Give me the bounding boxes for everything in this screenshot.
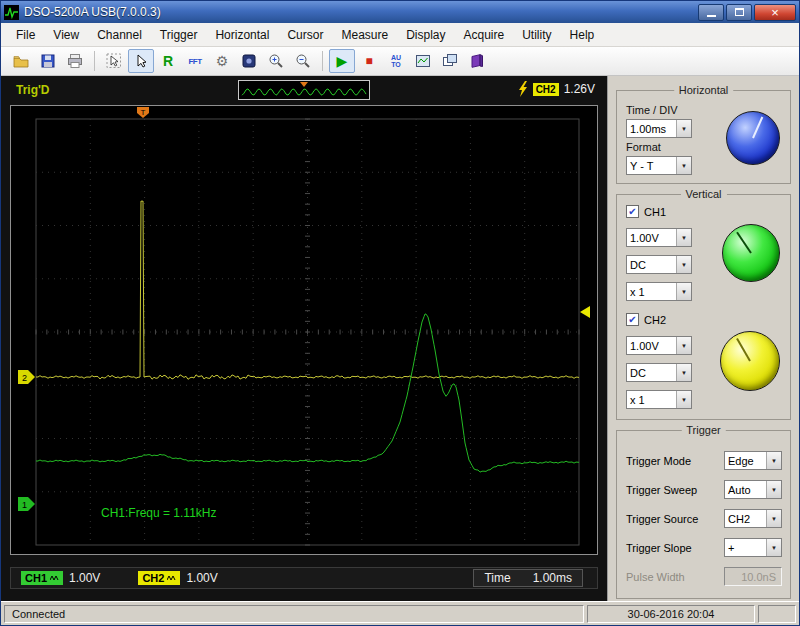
select-cursor-icon xyxy=(106,53,122,69)
ch1-volt-select[interactable]: 1.00V ▼ xyxy=(626,228,692,247)
menu-acquire[interactable]: Acquire xyxy=(455,25,514,45)
trigger-source-select[interactable]: CH2 ▼ xyxy=(724,509,782,528)
trigger-slope-select[interactable]: + ▼ xyxy=(724,538,782,557)
zoom-out-icon xyxy=(295,53,311,69)
menu-horizontal[interactable]: Horizontal xyxy=(206,25,278,45)
horizontal-group-title: Horizontal xyxy=(674,84,734,96)
chevron-down-icon: ▼ xyxy=(676,391,691,408)
ch1-checkbox-label: CH1 xyxy=(644,206,666,218)
chevron-down-icon: ▼ xyxy=(676,364,691,381)
chevron-down-icon: ▼ xyxy=(766,452,781,469)
trigger-group: Trigger Trigger Mode Edge ▼ Trigger Swee… xyxy=(616,430,791,599)
app-window: DSO-5200A USB(7.0.0.3) × File View Chann… xyxy=(0,0,800,626)
window-title: DSO-5200A USB(7.0.0.3) xyxy=(24,5,693,19)
stop-button[interactable]: ■ xyxy=(356,49,382,73)
help-book-button[interactable] xyxy=(464,49,490,73)
scope-canvas: T21CH1:Frequ = 1.11kHz xyxy=(11,106,597,554)
svg-text:CH1:Frequ = 1.11kHz: CH1:Frequ = 1.11kHz xyxy=(101,506,217,520)
ch2-wave-icon xyxy=(167,574,176,582)
knob-pointer xyxy=(752,117,763,139)
oscilloscope-display[interactable]: T21CH1:Frequ = 1.11kHz xyxy=(10,105,598,555)
trigger-mode-label: Trigger Mode xyxy=(626,455,691,467)
menu-trigger[interactable]: Trigger xyxy=(151,25,207,45)
trigger-source-label: Trigger Source xyxy=(626,513,698,525)
scope-region: Trig'D CH2 1.26V T21CH1:Frequ = 1.11kHz … xyxy=(1,76,607,601)
trigger-status-strip: Trig'D CH2 1.26V xyxy=(10,80,598,100)
close-button[interactable]: × xyxy=(754,4,796,21)
ch2-volt-select[interactable]: 1.00V ▼ xyxy=(626,336,692,355)
zoom-in-button[interactable] xyxy=(263,49,289,73)
statusbar: Connected 30-06-2016 20:04 xyxy=(1,601,799,625)
time-div-label: Time / DIV xyxy=(626,104,692,116)
app-icon xyxy=(4,5,19,20)
zoom-in-icon xyxy=(268,53,284,69)
ch1-probe-select[interactable]: x 1 ▼ xyxy=(626,282,692,301)
trigger-bolt-icon xyxy=(518,81,528,97)
select-tool-button[interactable] xyxy=(101,49,127,73)
trigger-sweep-select[interactable]: Auto ▼ xyxy=(724,480,782,499)
format-label: Format xyxy=(626,141,692,153)
preview-waveform xyxy=(239,81,369,99)
fft-icon: FFT xyxy=(188,57,201,66)
multi-window-button[interactable] xyxy=(437,49,463,73)
titlebar: DSO-5200A USB(7.0.0.3) × xyxy=(1,1,799,23)
snapshot-button[interactable] xyxy=(410,49,436,73)
ch2-probe-select[interactable]: x 1 ▼ xyxy=(626,390,692,409)
horizontal-group: Horizontal Time / DIV 1.00ms ▼ Format Y … xyxy=(616,90,791,184)
main-content: Trig'D CH2 1.26V T21CH1:Frequ = 1.11kHz … xyxy=(1,76,799,601)
trigger-status-text: Trig'D xyxy=(16,83,50,97)
start-button[interactable]: ▶ xyxy=(329,49,355,73)
knob-pointer xyxy=(736,338,751,362)
print-button[interactable] xyxy=(62,49,88,73)
ch2-controls: ✔ CH2 1.00V ▼ DC ▼ x 1 ▼ xyxy=(626,313,784,409)
check-icon: ✔ xyxy=(628,315,636,325)
ch2-checkbox-label: CH2 xyxy=(644,314,666,326)
printer-icon xyxy=(67,53,83,69)
menu-cursor[interactable]: Cursor xyxy=(278,25,332,45)
ch2-badge[interactable]: CH2 xyxy=(138,571,180,585)
menu-display[interactable]: Display xyxy=(397,25,454,45)
zoom-out-button[interactable] xyxy=(290,49,316,73)
ch1-wave-icon xyxy=(50,574,59,582)
open-button[interactable] xyxy=(8,49,34,73)
minimize-icon xyxy=(707,15,716,17)
svg-text:2: 2 xyxy=(22,373,27,383)
toolbar-separator xyxy=(94,51,95,71)
chevron-down-icon: ▼ xyxy=(676,283,691,300)
save-button[interactable] xyxy=(35,49,61,73)
pointer-tool-button[interactable] xyxy=(128,49,154,73)
refresh-r-button[interactable]: R xyxy=(155,49,181,73)
maximize-button[interactable] xyxy=(726,4,752,21)
menu-utility[interactable]: Utility xyxy=(513,25,560,45)
fft-button[interactable]: FFT xyxy=(182,49,208,73)
chevron-down-icon: ▼ xyxy=(766,481,781,498)
display-config-button[interactable] xyxy=(236,49,262,73)
menubar: File View Channel Trigger Horizontal Cur… xyxy=(1,23,799,47)
ch1-checkbox[interactable]: ✔ xyxy=(626,205,639,218)
menu-channel[interactable]: Channel xyxy=(88,25,151,45)
trigger-mode-select[interactable]: Edge ▼ xyxy=(724,451,782,470)
settings-gear-button[interactable]: ⚙ xyxy=(209,49,235,73)
ch1-enable-row: ✔ CH1 xyxy=(626,205,692,218)
ch2-position-knob[interactable] xyxy=(720,331,780,391)
minimize-button[interactable] xyxy=(698,4,724,21)
ch2-enable-row: ✔ CH2 xyxy=(626,313,692,326)
vertical-group-title: Vertical xyxy=(680,188,726,200)
ch1-coupling-select[interactable]: DC ▼ xyxy=(626,255,692,274)
format-select[interactable]: Y - T ▼ xyxy=(626,156,692,175)
ch2-checkbox[interactable]: ✔ xyxy=(626,313,639,326)
menu-help[interactable]: Help xyxy=(561,25,604,45)
ch1-position-knob[interactable] xyxy=(722,224,780,282)
menu-file[interactable]: File xyxy=(7,25,44,45)
menu-view[interactable]: View xyxy=(44,25,88,45)
ch2-coupling-select[interactable]: DC ▼ xyxy=(626,363,692,382)
menu-measure[interactable]: Measure xyxy=(332,25,397,45)
time-div-select[interactable]: 1.00ms ▼ xyxy=(626,119,692,138)
ch1-badge[interactable]: CH1 xyxy=(21,571,63,585)
trigger-source-badge: CH2 xyxy=(533,83,559,96)
horizontal-knob[interactable] xyxy=(726,111,780,165)
datetime-status: 30-06-2016 20:04 xyxy=(587,605,755,623)
record-preview[interactable] xyxy=(238,80,370,100)
chevron-down-icon: ▼ xyxy=(766,539,781,556)
auto-setup-button[interactable]: AUTO xyxy=(383,49,409,73)
